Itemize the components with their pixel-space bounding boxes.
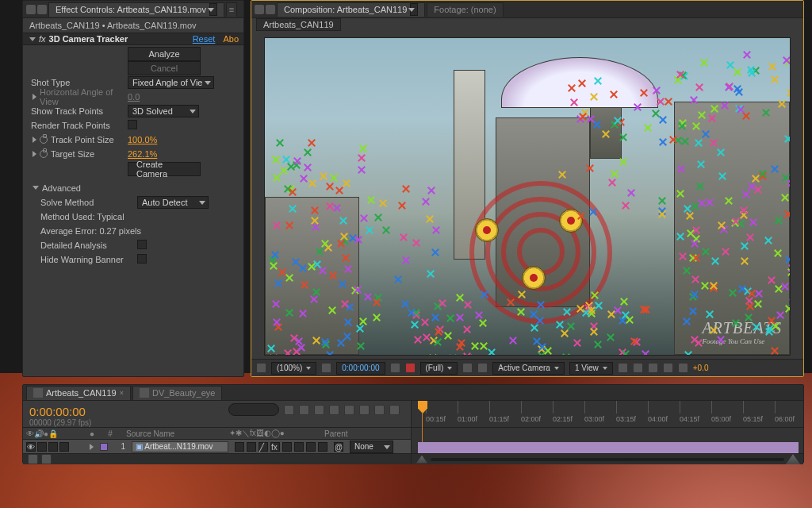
track-point[interactable]: [297, 308, 308, 319]
show-track-points-dropdown[interactable]: 3D Solved: [128, 105, 199, 117]
track-point[interactable]: [760, 107, 772, 118]
track-point[interactable]: [270, 249, 281, 260]
track-point[interactable]: [741, 49, 753, 60]
track-point[interactable]: [584, 163, 596, 174]
track-point[interactable]: [454, 312, 465, 323]
track-point[interactable]: [371, 312, 382, 323]
track-point[interactable]: [618, 156, 629, 167]
track-point[interactable]: [707, 113, 718, 124]
track-point[interactable]: [640, 348, 651, 356]
track-point[interactable]: [373, 212, 384, 223]
track-point[interactable]: [650, 108, 661, 119]
track-point[interactable]: [663, 96, 674, 107]
disclosure-icon[interactable]: [33, 94, 36, 100]
lock-icon[interactable]: [255, 5, 264, 14]
track-point[interactable]: [779, 281, 791, 292]
track-point[interactable]: [780, 354, 791, 356]
analyze-button[interactable]: Analyze: [128, 47, 201, 61]
track-point[interactable]: [704, 309, 715, 320]
motion-blur-switch[interactable]: [294, 442, 304, 452]
track-point[interactable]: [295, 355, 306, 356]
track-point[interactable]: [299, 279, 310, 291]
disclosure-icon[interactable]: [33, 151, 36, 157]
roi-icon[interactable]: [462, 363, 473, 373]
track-point[interactable]: [366, 194, 377, 206]
track-point[interactable]: [588, 206, 599, 217]
track-point[interactable]: [787, 297, 791, 308]
track-point[interactable]: [327, 305, 338, 316]
effect-header[interactable]: fx 3D Camera Tracker Reset Abo: [23, 33, 243, 45]
track-point[interactable]: [746, 181, 757, 192]
track-point[interactable]: [293, 336, 304, 347]
comp-name[interactable]: Artbeats_CAN119: [256, 18, 341, 31]
track-point[interactable]: [486, 347, 497, 356]
track-point[interactable]: [572, 337, 583, 348]
reset-link[interactable]: Reset: [193, 34, 216, 44]
track-point[interactable]: [284, 307, 295, 318]
track-point[interactable]: [668, 134, 679, 145]
track-point[interactable]: [426, 185, 437, 196]
track-point[interactable]: [454, 292, 465, 303]
track-point[interactable]: [638, 304, 649, 315]
track-point[interactable]: [400, 255, 412, 266]
track-point[interactable]: [785, 87, 791, 98]
about-link[interactable]: Abo: [223, 34, 239, 44]
track-point[interactable]: [335, 337, 347, 348]
tab-effect-controls[interactable]: Effect Controls: Artbeats_CAN119.mov: [48, 2, 224, 17]
track-point[interactable]: [612, 115, 623, 126]
toggle-switches-icon[interactable]: [28, 454, 38, 464]
track-point[interactable]: [302, 162, 313, 173]
motion-blur-icon[interactable]: [344, 405, 354, 415]
track-point[interactable]: [576, 78, 588, 89]
track-point[interactable]: [783, 133, 791, 144]
layer-row[interactable]: 👁 1 ▣ Artbeat...N119.mov ╱ fx @ None: [23, 440, 411, 454]
track-point[interactable]: [306, 137, 317, 148]
track-point[interactable]: [715, 147, 726, 158]
track-point[interactable]: [717, 171, 728, 182]
quality-switch[interactable]: ╱: [259, 442, 268, 452]
camera-dropdown[interactable]: Active Camera: [492, 362, 565, 375]
track-point[interactable]: [339, 231, 350, 242]
3d-switch[interactable]: [318, 442, 327, 452]
parent-dropdown[interactable]: None: [350, 441, 393, 453]
track-point[interactable]: [442, 330, 454, 341]
track-point[interactable]: [353, 234, 364, 245]
track-point[interactable]: [358, 316, 369, 327]
track-point[interactable]: [739, 241, 750, 252]
track-point[interactable]: [473, 310, 485, 321]
track-point[interactable]: [715, 334, 726, 345]
viewport[interactable]: ARTBEATSFootage You Can Use: [251, 31, 803, 359]
track-point[interactable]: [430, 247, 441, 258]
collapse-switch[interactable]: [247, 442, 256, 452]
track-point[interactable]: [273, 278, 284, 289]
track-point[interactable]: [738, 205, 749, 216]
track-point[interactable]: [620, 200, 631, 211]
track-point[interactable]: [757, 168, 768, 179]
lock-toggle[interactable]: [59, 442, 69, 452]
track-point[interactable]: [309, 215, 320, 226]
track-point[interactable]: [420, 196, 431, 207]
track-point[interactable]: [727, 287, 738, 298]
track-point[interactable]: [515, 306, 527, 318]
track-point[interactable]: [356, 152, 367, 164]
track-point[interactable]: [356, 164, 367, 175]
track-point[interactable]: [511, 353, 522, 356]
track-point[interactable]: [431, 225, 442, 236]
tab-composition[interactable]: Composition: Artbeats_CAN119: [277, 2, 425, 17]
timeline-right-pane[interactable]: 00:15f01:00f01:15f02:00f02:15f03:00f03:1…: [412, 401, 803, 464]
track-point[interactable]: [308, 294, 320, 305]
track-point[interactable]: [694, 82, 705, 93]
track-point[interactable]: [688, 306, 699, 317]
track-point[interactable]: [775, 310, 786, 321]
disclosure-icon[interactable]: [33, 137, 36, 143]
track-point[interactable]: [753, 298, 764, 310]
tab-menu-icon[interactable]: [410, 3, 418, 16]
track-point[interactable]: [270, 298, 282, 310]
shy-icon[interactable]: [37, 5, 47, 14]
track-point[interactable]: [287, 203, 298, 214]
track-point[interactable]: [588, 91, 599, 102]
track-point[interactable]: [271, 220, 282, 231]
track-point[interactable]: [377, 198, 389, 209]
track-point[interactable]: [340, 252, 351, 264]
auto-keyframe-icon[interactable]: [374, 405, 385, 415]
